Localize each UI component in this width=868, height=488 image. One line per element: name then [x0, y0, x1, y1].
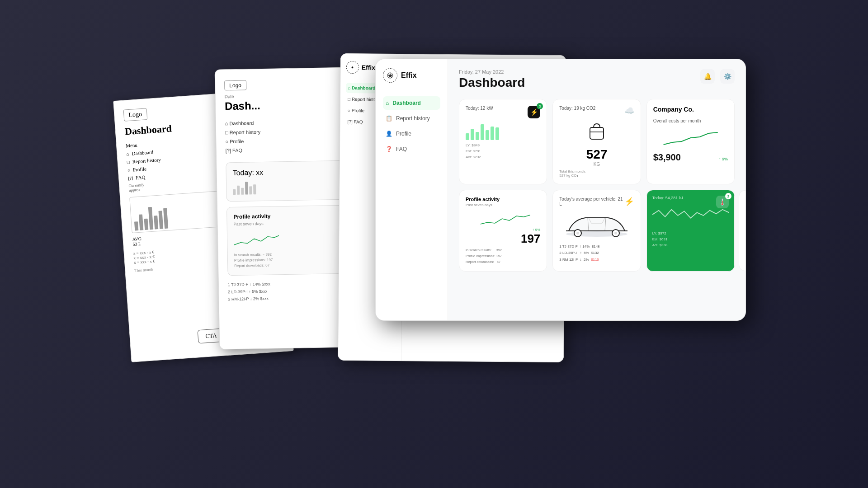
sketch-bar-5	[154, 216, 158, 229]
dm-co2-label: Today: 19 kg CO2	[559, 106, 595, 111]
dashboard-main: Effix ⌂ Dashboard 📋 Report history 👤 Pro…	[375, 59, 746, 321]
dm-nav-profile-icon: 👤	[386, 131, 392, 137]
dm-nav-dashboard[interactable]: ⌂ Dashboard	[383, 96, 440, 110]
dm-pa-sub: Past seven days	[466, 203, 540, 207]
dm-grid-bottom: Profile activity Past seven days ↑ 9%	[459, 190, 735, 272]
dm-cloud-icon: ☁️	[624, 106, 634, 116]
dm-temp-badge: 2	[725, 193, 731, 199]
wt-logo-text: Effix	[362, 64, 375, 71]
dm-logo-icon	[383, 68, 397, 83]
dm-profile-card: Profile activity Past seven days ↑ 9%	[459, 190, 547, 272]
dm-title: Dashboard	[459, 75, 525, 90]
sketch-bar-4	[148, 207, 153, 230]
dm-car-container	[559, 209, 634, 241]
dm-co2-bag-icon	[559, 119, 634, 144]
dm-nav-profile[interactable]: 👤 Profile	[383, 127, 440, 141]
dm-header: Friday, 27 May 2022 Dashboard 🔔 ⚙️	[459, 69, 735, 90]
dm-costs-chart	[653, 129, 728, 147]
dm-nav-dashboard-label: Dashboard	[392, 100, 421, 106]
dm-kj-stats: LY: $972 Est: $631 Act: $338	[652, 231, 729, 248]
dm-costs-change: ↑ 9%	[719, 157, 728, 161]
dm-pa-pct: ↑ 9%	[466, 228, 540, 232]
dm-settings-button[interactable]: ⚙️	[720, 69, 735, 84]
svg-point-10	[614, 232, 617, 235]
sketch-bar-2	[139, 214, 143, 230]
dm-car-svg	[561, 211, 633, 240]
svg-point-8	[576, 232, 579, 235]
wf-logo: Logo	[224, 80, 246, 90]
wf-activity-chart	[234, 233, 279, 247]
dm-power-label: Today: 12 kW	[466, 106, 493, 111]
dm-temp-chart	[652, 206, 729, 224]
dm-co2-value: 527	[559, 147, 634, 162]
dm-pa-stats: In search results: 392 Profile impressio…	[466, 248, 540, 265]
dm-power-badge: 3	[537, 103, 543, 109]
dm-power-bars	[466, 122, 540, 140]
dm-grid-top: Today: 12 kW ⚡ 3	[459, 99, 735, 184]
effix-logo-star	[387, 72, 394, 79]
dm-thermometer-icon: 🌡️ 2	[716, 196, 729, 208]
dm-date: Friday, 27 May 2022	[459, 69, 525, 75]
dm-nav-book-icon: 📋	[386, 115, 392, 122]
wf-search-stats: In search results: ≈ 392 Profile impress…	[234, 252, 280, 269]
dm-header-icons: 🔔 ⚙️	[700, 69, 735, 84]
sketch-logo: Logo	[123, 108, 147, 122]
dm-company-name: Company Co.	[653, 106, 728, 113]
scene: Logo Dashboard Menu ⌂ Dashboard □ Report…	[118, 41, 750, 447]
dm-nav-report[interactable]: 📋 Report history	[383, 112, 440, 125]
dm-bar-3	[476, 132, 479, 140]
dm-nav-faq-icon: ❓	[386, 146, 392, 152]
dm-bag-svg	[585, 119, 608, 142]
dm-pa-title: Profile activity	[466, 197, 540, 202]
dm-pa-chart	[466, 212, 540, 226]
dm-bar-5	[486, 130, 489, 140]
dm-co2-unit: KG	[559, 162, 634, 167]
dm-bar-2	[471, 129, 474, 140]
sketch-bar-1	[134, 221, 138, 231]
dm-nav-faq-label: FAQ	[396, 146, 407, 152]
dm-nav-profile-label: Profile	[396, 131, 411, 137]
dm-vehicle-label: Today's average per vehicle: 21 L	[559, 197, 624, 206]
dm-vehicle-icon: ⚡	[624, 197, 634, 206]
dm-nav-report-label: Report history	[396, 115, 430, 122]
dm-nav-home-icon: ⌂	[386, 100, 389, 106]
dm-bar-6	[491, 127, 494, 140]
dm-logo-text: Effix	[401, 71, 417, 80]
dm-bar-1	[466, 133, 469, 140]
sketch-bar-7	[163, 208, 168, 229]
sketch-bar-3	[144, 219, 149, 230]
dm-sidebar: Effix ⌂ Dashboard 📋 Report history 👤 Pro…	[376, 59, 448, 320]
dm-costs-label: Overall costs per month	[653, 118, 728, 123]
sketch-bar-6	[158, 211, 163, 229]
dm-lightning-icon: ⚡ 3	[528, 106, 540, 118]
dm-bar-4	[481, 124, 484, 140]
dm-nav-faq[interactable]: ❓ FAQ	[383, 142, 440, 156]
dm-company-card: Company Co. Overall costs per month $3,9…	[646, 99, 735, 184]
dm-co2-card: Today: 19 kg CO2 ☁️ 527 KG Total this mo…	[552, 99, 641, 184]
dm-vehicle-list: 1 TJ-37D-F ↑ 14% $148 2 LD-39P-I ↑ 5% $1…	[559, 244, 634, 263]
dm-costs-value: $3,900	[653, 152, 681, 163]
wt-logo-icon: ✦	[346, 61, 359, 74]
svg-rect-4	[590, 127, 604, 139]
dm-bar-7	[495, 127, 499, 140]
dm-bell-button[interactable]: 🔔	[700, 69, 715, 84]
dm-co2-total: Total this month: 527 kg CO₂	[559, 169, 634, 178]
dm-impactors-card: Greatest impactors Department x $1,289 D…	[739, 190, 745, 271]
dm-power-card: Today: 12 kW ⚡ 3	[459, 99, 547, 184]
dm-temp-card: Today: 54,281 kJ 🌡️ 2 LY: $972 Est: $631…	[646, 190, 735, 272]
dm-vehicle-card: Today's average per vehicle: 21 L ⚡	[552, 190, 641, 272]
dm-power-header: Today: 12 kW ⚡ 3	[466, 106, 540, 118]
dm-main: Friday, 27 May 2022 Dashboard 🔔 ⚙️ Today…	[448, 59, 745, 320]
dm-pa-value: 197	[466, 232, 540, 246]
dm-co2-header: Today: 19 kg CO2 ☁️	[559, 106, 634, 116]
dm-logo: Effix	[383, 68, 440, 83]
dm-power-stats: LY: $849 Est: $791 Act: $232	[466, 143, 540, 160]
